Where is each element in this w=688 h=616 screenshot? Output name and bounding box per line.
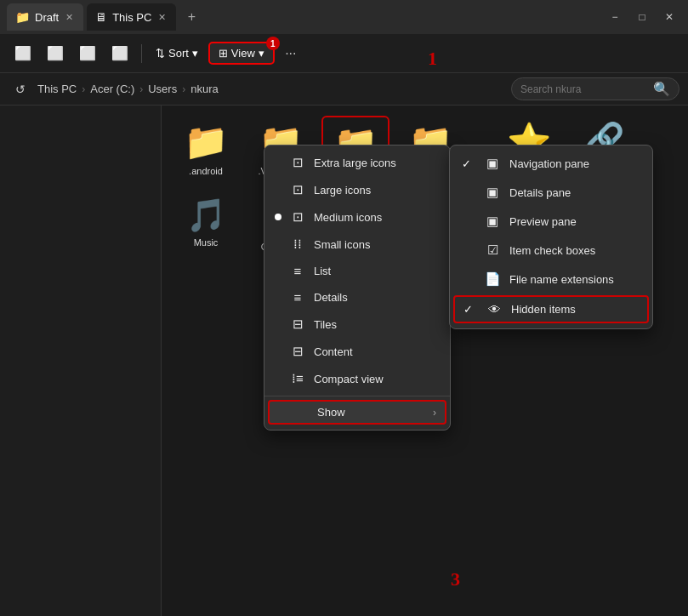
breadcrumb-this-pc[interactable]: This PC: [37, 83, 77, 95]
view-label: View: [231, 47, 255, 60]
breadcrumb-acer[interactable]: Acer (C:): [90, 83, 134, 95]
preview-pane-icon: ▣: [484, 214, 501, 229]
tiles-icon: ⊟: [290, 317, 305, 332]
item-check-boxes-item[interactable]: ☑ Item check boxes: [450, 236, 652, 265]
breadcrumb-bar: ↺ This PC › Acer (C:) › Users › nkura 🔍: [0, 73, 688, 106]
hidden-items-item[interactable]: ✓ 👁 Hidden items: [453, 295, 649, 323]
nav-pane-label: Navigation pane: [509, 157, 589, 170]
folder-icon: 🎵: [186, 197, 226, 234]
file-android-label: .android: [189, 166, 223, 176]
view-dropdown: ⊡ Extra large icons ⊡ Large icons ⊡ Medi…: [264, 145, 451, 431]
folder-icon: 📁: [184, 121, 228, 163]
details-item[interactable]: ≡ Details: [264, 284, 450, 311]
sort-button[interactable]: ⇅ Sort ▾: [149, 43, 205, 63]
medium-icons-item[interactable]: ⊡ Medium icons: [264, 203, 450, 231]
show-submenu: ✓ ▣ Navigation pane ▣ Details pane ▣ Pre…: [449, 145, 653, 329]
details-pane-label: Details pane: [509, 186, 571, 199]
hidden-items-check: ✓: [463, 303, 477, 316]
tab-draft[interactable]: 📁 Draft ✕: [7, 3, 83, 31]
draft-tab-label: Draft: [35, 11, 59, 24]
content-label: Content: [314, 345, 353, 358]
file-name-ext-icon: 📄: [484, 271, 501, 287]
navigation-pane-item[interactable]: ✓ ▣ Navigation pane: [450, 149, 652, 178]
list-item[interactable]: ≡ List: [264, 258, 450, 284]
view-chevron: ▾: [259, 47, 264, 60]
content-icon: ⊟: [290, 344, 305, 359]
preview-pane-item[interactable]: ▣ Preview pane: [450, 207, 652, 236]
breadcrumb-sep-2: ›: [139, 83, 143, 95]
view-icon: ⊞: [219, 47, 228, 60]
breadcrumb-users[interactable]: Users: [148, 83, 177, 95]
minimize-button[interactable]: −: [603, 5, 627, 29]
maximize-button[interactable]: □: [630, 5, 654, 29]
show-item[interactable]: Show ›: [268, 400, 446, 425]
small-icons-label: Small icons: [314, 238, 370, 251]
file-name-ext-label: File name extensions: [509, 273, 614, 286]
large-icons-icon: ⊡: [290, 182, 305, 197]
nav-pane-check: ✓: [462, 157, 475, 170]
file-music[interactable]: 🎵 Music: [172, 191, 240, 263]
breadcrumb-nkura[interactable]: nkura: [190, 83, 219, 95]
this-pc-tab-label: This PC: [112, 11, 151, 24]
medium-icons-icon: ⊡: [290, 209, 305, 225]
draft-tab-icon: 📁: [15, 10, 30, 24]
hidden-items-label: Hidden items: [511, 303, 576, 316]
details-pane-icon: ▣: [484, 185, 501, 200]
view-badge: 1: [266, 37, 280, 50]
small-icons-icon: ⁞⁞: [290, 237, 305, 252]
extra-large-icons-label: Extra large icons: [314, 157, 396, 169]
search-box[interactable]: 🔍: [511, 77, 679, 100]
content-area: 📁 .android 📁 .VirtualBox 📁 AppData 📁 Con…: [0, 106, 688, 616]
sort-chevron: ▾: [192, 47, 198, 60]
this-pc-tab-close[interactable]: ✕: [156, 10, 168, 25]
dropdown-separator: [264, 396, 450, 396]
file-music-label: Music: [194, 237, 219, 248]
compact-view-label: Compact view: [314, 373, 384, 385]
compact-view-item[interactable]: ⁞≡ Compact view: [264, 365, 450, 392]
toolbar-cut-button[interactable]: ⬜: [41, 39, 70, 68]
toolbar: ⬜ ⬜ ⬜ ⬜ ⇅ Sort ▾ ⊞ View ▾ 1 ···: [0, 34, 688, 73]
hidden-items-icon: 👁: [486, 302, 503, 317]
close-button[interactable]: ✕: [657, 5, 681, 29]
tab-this-pc[interactable]: 🖥 This PC ✕: [87, 3, 176, 31]
toolbar-delete-button[interactable]: ⬜: [105, 39, 134, 68]
this-pc-tab-icon: 🖥: [95, 10, 107, 24]
compact-view-icon: ⁞≡: [290, 371, 305, 386]
search-icon: 🔍: [653, 81, 670, 97]
extra-large-icons-item[interactable]: ⊡ Extra large icons: [264, 149, 450, 176]
refresh-button[interactable]: ↺: [9, 77, 32, 101]
item-check-boxes-label: Item check boxes: [509, 244, 595, 257]
sidebar: [0, 106, 162, 616]
details-pane-item[interactable]: ▣ Details pane: [450, 178, 652, 207]
add-tab-button[interactable]: +: [179, 5, 203, 29]
list-icon: ≡: [290, 264, 305, 278]
list-label: List: [314, 265, 331, 277]
search-input[interactable]: [520, 83, 648, 95]
toolbar-separator: [141, 44, 142, 63]
draft-tab-close[interactable]: ✕: [64, 10, 75, 25]
view-button[interactable]: ⊞ View ▾ 1: [208, 42, 275, 65]
sort-icon: ⇅: [156, 47, 165, 60]
file-android[interactable]: 📁 .android: [172, 116, 240, 185]
details-label: Details: [314, 291, 348, 304]
toolbar-copy-button[interactable]: ⬜: [9, 39, 37, 68]
more-options-button[interactable]: ···: [278, 41, 304, 66]
small-icons-item[interactable]: ⁞⁞ Small icons: [264, 231, 450, 258]
medium-check-dot: [275, 214, 281, 220]
details-icon: ≡: [290, 290, 305, 305]
toolbar-share-button[interactable]: ⬜: [73, 39, 102, 68]
medium-icons-label: Medium icons: [314, 211, 382, 224]
show-label: Show: [317, 406, 345, 419]
preview-pane-label: Preview pane: [509, 215, 577, 228]
tiles-label: Tiles: [314, 318, 337, 331]
annotation-1: 1: [428, 48, 437, 70]
tiles-item[interactable]: ⊟ Tiles: [264, 311, 450, 338]
extra-large-icons-icon: ⊡: [290, 155, 305, 170]
sort-label: Sort: [168, 47, 189, 60]
large-icons-item[interactable]: ⊡ Large icons: [264, 176, 450, 203]
breadcrumb-sep-3: ›: [182, 83, 185, 95]
content-item[interactable]: ⊟ Content: [264, 338, 450, 365]
breadcrumb-sep-1: ›: [82, 83, 85, 95]
window-controls: − □ ✕: [603, 5, 681, 29]
file-name-extensions-item[interactable]: 📄 File name extensions: [450, 265, 652, 294]
